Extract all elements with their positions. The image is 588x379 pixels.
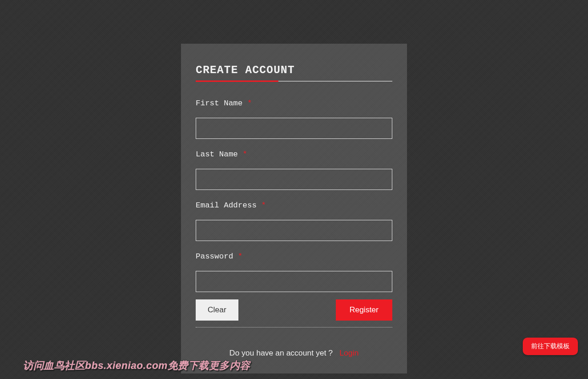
password-label: Password *	[196, 252, 392, 261]
required-asterisk: *	[261, 201, 266, 210]
first-name-label: First Name *	[196, 99, 392, 108]
last-name-input[interactable]	[196, 169, 392, 190]
required-asterisk: *	[238, 252, 243, 261]
password-input[interactable]	[196, 271, 392, 292]
login-link[interactable]: Login	[339, 349, 359, 357]
page-title: CREATE ACCOUNT	[196, 64, 392, 81]
existing-account-text: Do you have an account yet ?	[229, 349, 333, 357]
password-label-text: Password	[196, 252, 233, 261]
register-button[interactable]: Register	[336, 299, 392, 321]
email-input[interactable]	[196, 220, 392, 241]
button-row: Clear Register	[196, 299, 392, 327]
required-asterisk: *	[243, 150, 247, 159]
clear-button[interactable]: Clear	[196, 299, 238, 321]
last-name-label-text: Last Name	[196, 150, 238, 159]
email-label-text: Email Address	[196, 201, 257, 210]
last-name-label: Last Name *	[196, 150, 392, 159]
download-template-button[interactable]: 前往下载模板	[523, 338, 578, 355]
required-asterisk: *	[247, 99, 252, 108]
first-name-input[interactable]	[196, 118, 392, 139]
create-account-panel: CREATE ACCOUNT First Name * Last Name * …	[181, 44, 407, 373]
existing-account-line: Do you have an account yet ? Login	[196, 349, 392, 358]
first-name-label-text: First Name	[196, 99, 243, 108]
email-label: Email Address *	[196, 201, 392, 210]
